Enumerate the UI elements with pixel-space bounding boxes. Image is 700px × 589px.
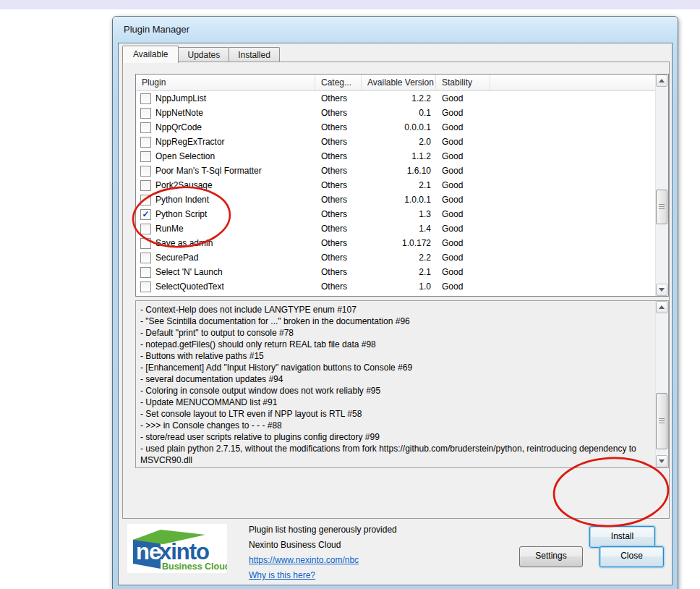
description-line: - "See Scintilla documentation for ..." …	[140, 315, 651, 327]
plugin-category: Others	[315, 151, 362, 161]
scrollbar-thumb[interactable]	[656, 190, 667, 224]
table-row[interactable]: Python IndentOthers1.0.0.1Good	[136, 192, 656, 207]
plugin-checkbox[interactable]	[140, 180, 151, 191]
table-row[interactable]: RunMeOthers1.4Good	[136, 221, 656, 236]
plugin-version: 1.3	[362, 209, 436, 219]
plugin-name: Open Selection	[155, 151, 215, 161]
tab-updates[interactable]: Updates	[178, 47, 229, 62]
plugin-category: Others	[315, 209, 362, 219]
dialog-title-bar[interactable]: Plugin Manager	[113, 17, 678, 43]
table-row[interactable]: Save as adminOthers1.0.172Good	[136, 236, 656, 250]
plugin-checkbox[interactable]	[140, 137, 151, 148]
description-text: - Context-Help does not include LANGTYPE…	[140, 304, 651, 466]
description-line: - store/read user scripts relative to pl…	[140, 431, 651, 443]
description-scrollbar[interactable]	[655, 301, 668, 467]
plugin-table-body: NppJumpListOthers1.2.2GoodNppNetNoteOthe…	[136, 91, 656, 296]
tab-installed[interactable]: Installed	[229, 47, 280, 62]
plugin-stability: Good	[436, 166, 490, 176]
plugin-checkbox[interactable]	[140, 195, 151, 205]
plugin-checkbox[interactable]	[140, 151, 151, 162]
arrow-down-icon	[659, 459, 665, 463]
description-line: - several documentation updates #94	[140, 373, 651, 385]
provider-name: Nexinto Business Cloud	[249, 540, 397, 550]
plugin-version: 2.2	[362, 253, 436, 263]
column-header-1[interactable]: Categ...	[315, 75, 362, 90]
plugin-name: Select 'N' Launch	[155, 267, 223, 277]
plugin-version: 0.1	[362, 108, 436, 118]
plugin-name: NppRegExTractor	[155, 137, 225, 147]
description-line: - Set console layout to LTR even if NPP …	[140, 408, 651, 420]
plugin-stability: Good	[436, 180, 490, 190]
table-row[interactable]: NppJumpListOthers1.2.2Good	[136, 91, 656, 106]
plugin-checkbox[interactable]	[140, 253, 151, 263]
tab-bar: AvailableUpdatesInstalled	[122, 46, 279, 62]
table-row[interactable]: NppRegExTractorOthers2.0Good	[136, 135, 656, 149]
plugin-version: 2.1	[362, 180, 436, 190]
tab-available[interactable]: Available	[122, 46, 179, 63]
provider-url-link[interactable]: https://www.nexinto.com/nbc	[249, 555, 359, 565]
table-row[interactable]: ✓Python ScriptOthers1.3Good	[136, 207, 656, 221]
plugin-table-scrollbar[interactable]	[655, 75, 668, 296]
plugin-name: SelectQuotedText	[155, 281, 224, 292]
settings-button[interactable]: Settings	[519, 546, 583, 567]
scroll-down-button[interactable]	[656, 455, 667, 467]
arrow-up-icon	[659, 79, 665, 82]
scrollbar-thumb[interactable]	[656, 393, 667, 449]
hosting-info: Plugin list hosting generously provided …	[249, 525, 397, 585]
plugin-version: 1.2.2	[362, 93, 436, 103]
description-line: - used plain python 2.7.15, without the …	[140, 443, 651, 466]
column-header-2[interactable]: Available Version	[362, 75, 436, 90]
why-is-this-here-link[interactable]: Why is this here?	[249, 570, 315, 580]
scrollbar-grip-icon	[659, 418, 665, 424]
arrow-up-icon	[659, 305, 665, 309]
svg-text:Business Cloud: Business Cloud	[162, 562, 227, 572]
plugin-checkbox[interactable]	[140, 166, 151, 177]
close-button[interactable]: Close	[599, 546, 664, 567]
plugin-category: Others	[315, 137, 362, 147]
table-row[interactable]: SelectQuotedTextOthers1.0Good	[136, 279, 656, 294]
table-row[interactable]: Pork2SausageOthers2.1Good	[136, 178, 656, 192]
plugin-checkbox[interactable]	[140, 122, 151, 133]
plugin-category: Others	[315, 224, 362, 234]
table-row[interactable]: NppNetNoteOthers0.1Good	[136, 106, 656, 120]
plugin-stability: Good	[436, 281, 490, 292]
table-row[interactable]: NppQrCodeOthers0.0.0.1Good	[136, 120, 656, 135]
plugin-checkbox[interactable]	[140, 267, 151, 278]
plugin-version: 1.0.172	[362, 238, 436, 248]
table-row[interactable]: Open SelectionOthers1.1.2Good	[136, 149, 656, 164]
scroll-up-button[interactable]	[656, 75, 667, 87]
table-row[interactable]: Select 'N' LaunchOthers2.1Good	[136, 265, 656, 279]
plugin-checkbox[interactable]	[140, 281, 151, 292]
description-line: - notepad.getFiles() should only return …	[140, 339, 651, 350]
plugin-category: Others	[315, 166, 362, 176]
table-row[interactable]: Poor Man's T-Sql FormatterOthers1.6.10Go…	[136, 164, 656, 178]
plugin-checkbox[interactable]	[140, 238, 151, 249]
plugin-category: Others	[315, 108, 362, 118]
plugin-checkbox[interactable]	[140, 108, 151, 119]
plugin-stability: Good	[436, 209, 490, 219]
plugin-stability: Good	[436, 108, 490, 118]
plugin-checkbox[interactable]	[140, 93, 151, 104]
plugin-version: 0.0.0.1	[362, 122, 436, 132]
column-header-3[interactable]: Stability	[436, 75, 490, 90]
scroll-down-button[interactable]	[656, 284, 667, 296]
plugin-table[interactable]: PluginCateg...Available VersionStability…	[135, 74, 669, 297]
plugin-category: Others	[315, 253, 362, 263]
description-line: - Buttons with relative paths #15	[140, 350, 651, 362]
plugin-description-box[interactable]: - Context-Help does not include LANGTYPE…	[135, 300, 669, 468]
description-line: - Context-Help does not include LANGTYPE…	[140, 304, 651, 315]
plugin-version: 1.4	[362, 224, 436, 234]
plugin-checkbox[interactable]: ✓	[140, 209, 151, 220]
plugin-checkbox[interactable]	[140, 224, 151, 234]
plugin-table-header[interactable]: PluginCateg...Available VersionStability	[136, 75, 656, 91]
column-header-0[interactable]: Plugin	[136, 75, 315, 90]
nexinto-logo: ne xinto Business Cloud	[127, 524, 227, 573]
plugin-category: Others	[315, 267, 362, 277]
install-button[interactable]: Install	[589, 526, 655, 548]
plugin-name: Save as admin	[155, 238, 213, 248]
plugin-version: 1.0.0.1	[362, 195, 436, 205]
scroll-up-button[interactable]	[656, 301, 667, 313]
plugin-stability: Good	[436, 122, 490, 132]
plugin-name: NppNetNote	[155, 108, 203, 118]
table-row[interactable]: SecurePadOthers2.2Good	[136, 250, 656, 265]
